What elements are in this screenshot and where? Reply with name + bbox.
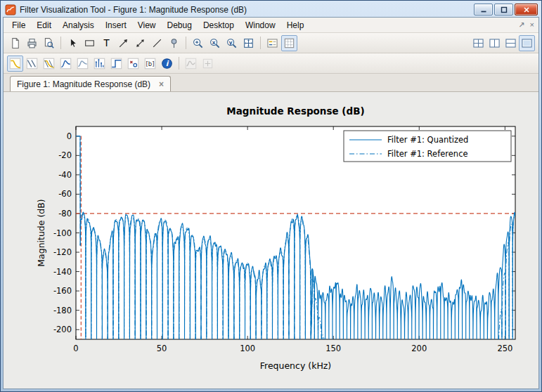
x-tick-label: 250 <box>497 344 512 353</box>
legend-toggle-icon <box>266 37 278 49</box>
tile-single-button[interactable] <box>519 35 535 51</box>
impulse-response-button[interactable] <box>91 55 108 72</box>
menu-debug[interactable]: Debug <box>162 19 198 32</box>
pointer-button[interactable] <box>65 35 81 51</box>
arrow-annotation-button[interactable] <box>115 35 131 51</box>
filter-specs-icon <box>202 58 214 70</box>
grid-toggle-icon <box>283 37 295 49</box>
line-annotation-icon <box>151 37 163 49</box>
x-axis-label: Frequency (kHz) <box>260 360 332 371</box>
phase-delay-button[interactable] <box>75 55 91 72</box>
step-response-icon <box>110 58 122 70</box>
x-tick-label: 200 <box>411 344 427 353</box>
figure-dock-controls: ↗ × <box>518 20 534 30</box>
full-view-button[interactable] <box>240 35 257 51</box>
y-tick-label: -160 <box>53 286 72 296</box>
tab-label: Figure 1: Magnitude Response (dB) <box>17 79 150 89</box>
titlebar[interactable]: Filter Visualization Tool - Figure 1: Ma… <box>3 2 539 17</box>
toolbar-separator <box>260 37 261 49</box>
y-axis-label: Magnitude (dB) <box>36 199 46 266</box>
line-annotation-button[interactable] <box>149 35 165 51</box>
menu-file[interactable]: File <box>6 19 31 32</box>
toolbar-separator <box>186 37 186 49</box>
window-body: FileEditAnalysisInsertViewDebugDesktopWi… <box>3 17 539 389</box>
legend-toggle-button[interactable] <box>264 35 280 51</box>
zoom-in-button[interactable] <box>190 35 206 51</box>
magnitude-phase-response-button[interactable] <box>41 55 57 72</box>
x-tick-label: 100 <box>240 344 255 353</box>
analysis-toolbar-buttons: [b]i <box>7 55 216 72</box>
menu-help[interactable]: Help <box>281 19 310 32</box>
zoom-y-button[interactable]: y <box>224 35 240 51</box>
plot-title: Magnitude Response (dB) <box>226 105 364 117</box>
tile-vertical-button[interactable] <box>486 35 503 51</box>
phase-response-icon <box>26 58 38 70</box>
tab-close-icon[interactable]: × <box>159 79 164 89</box>
layout-toolbar-buttons <box>470 35 535 51</box>
maximize-button[interactable] <box>494 4 513 15</box>
tile-horizontal-button[interactable] <box>503 35 519 51</box>
rectangle-annotation-button[interactable] <box>82 35 98 51</box>
minimize-button[interactable] <box>474 4 493 15</box>
y-tick-label: 0 <box>67 131 72 141</box>
menu-analysis[interactable]: Analysis <box>57 19 100 32</box>
svg-text:x: x <box>212 39 217 45</box>
zoom-in-icon <box>192 37 204 49</box>
window-title: Filter Visualization Tool - Figure 1: Ma… <box>20 5 470 15</box>
zoom-y-icon: y <box>226 37 238 49</box>
toolbar-separator <box>179 57 179 70</box>
overlay-analysis-icon <box>185 58 197 70</box>
print-button[interactable] <box>24 35 40 51</box>
magnitude-response-icon <box>9 58 21 70</box>
filter-info-icon: i <box>161 58 173 70</box>
main-toolbar-buttons: Txy <box>7 35 297 51</box>
tab-bar: Figure 1: Magnitude Response (dB) × <box>4 74 538 92</box>
menu-window[interactable]: Window <box>240 19 281 32</box>
print-preview-button[interactable] <box>41 35 57 51</box>
filter-specs-button <box>200 55 216 72</box>
close-figure-icon[interactable]: × <box>530 20 534 30</box>
legend-label: Filter #1: Quantized <box>387 135 468 145</box>
y-tick-label: -80 <box>58 209 72 218</box>
pointer-icon <box>67 37 79 49</box>
magnitude-response-button[interactable] <box>7 55 23 72</box>
double-arrow-annotation-button[interactable] <box>132 35 148 51</box>
magnitude-response-plot[interactable]: 0501001502002500-20-40-60-80-100-120-140… <box>4 92 538 388</box>
close-button[interactable] <box>515 4 538 15</box>
menu-view[interactable]: View <box>132 19 162 32</box>
y-tick-label: -20 <box>58 150 72 160</box>
zoom-x-button[interactable]: x <box>207 35 223 51</box>
step-response-button[interactable] <box>108 55 124 72</box>
fvtool-window: Filter Visualization Tool - Figure 1: Ma… <box>0 0 542 392</box>
phase-response-button[interactable] <box>24 55 40 72</box>
pin-annotation-button[interactable] <box>166 35 182 51</box>
text-annotation-icon: T <box>101 37 112 49</box>
y-tick-label: -60 <box>58 189 72 199</box>
menu-edit[interactable]: Edit <box>31 19 57 32</box>
group-delay-button[interactable] <box>58 55 74 72</box>
menu-insert[interactable]: Insert <box>100 19 132 32</box>
pin-annotation-icon <box>168 37 180 49</box>
group-delay-icon <box>60 58 72 70</box>
svg-text:y: y <box>229 39 233 45</box>
filter-coefficients-button[interactable]: [b] <box>142 55 158 72</box>
pole-zero-button[interactable] <box>125 55 141 72</box>
double-arrow-annotation-icon <box>134 37 146 49</box>
phase-delay-icon <box>77 58 89 70</box>
legend[interactable]: Filter #1: QuantizedFilter #1: Reference <box>344 131 511 162</box>
impulse-response-icon <box>93 58 105 70</box>
toolbar-separator <box>60 37 61 49</box>
tile-grid-button[interactable] <box>470 35 486 51</box>
new-file-button[interactable] <box>7 35 23 51</box>
grid-toggle-button[interactable] <box>281 35 297 51</box>
tile-horizontal-icon <box>505 37 517 49</box>
x-tick-label: 0 <box>73 344 78 353</box>
tab-figure1[interactable]: Figure 1: Magnitude Response (dB) × <box>10 76 171 91</box>
magnitude-phase-response-icon <box>43 58 55 70</box>
undock-figure-icon[interactable]: ↗ <box>518 20 524 30</box>
filter-info-button[interactable]: i <box>159 55 175 72</box>
menu-desktop[interactable]: Desktop <box>198 19 240 32</box>
menu-items: FileEditAnalysisInsertViewDebugDesktopWi… <box>6 20 309 30</box>
text-annotation-button[interactable]: T <box>98 35 115 51</box>
full-view-icon <box>243 37 254 49</box>
